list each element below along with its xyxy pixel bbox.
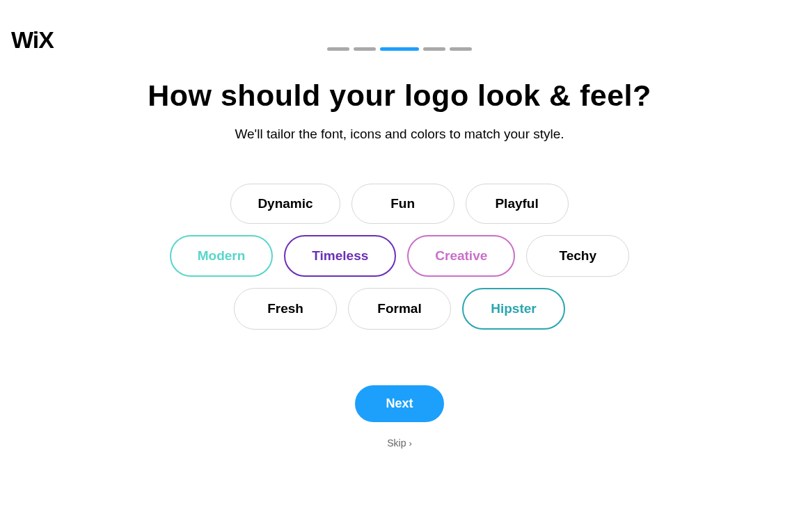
progress-step-1 [327, 47, 349, 51]
skip-label: Skip [387, 437, 406, 449]
chip-hipster[interactable]: Hipster [462, 288, 565, 330]
wix-logo: WiX [11, 26, 54, 54]
chip-fun[interactable]: Fun [351, 184, 454, 224]
next-button[interactable]: Next [355, 385, 443, 422]
chip-row-2: Modern Timeless Creative Techy [170, 235, 630, 277]
progress-step-4 [423, 47, 445, 51]
page-title: How should your logo look & feel? [0, 79, 799, 113]
chip-creative[interactable]: Creative [407, 235, 515, 277]
chip-timeless[interactable]: Timeless [284, 235, 396, 277]
chip-playful[interactable]: Playful [466, 184, 569, 224]
chip-dynamic[interactable]: Dynamic [230, 184, 340, 224]
progress-step-5 [450, 47, 472, 51]
chip-techy[interactable]: Techy [526, 235, 629, 277]
chip-fresh[interactable]: Fresh [234, 288, 337, 330]
chip-formal[interactable]: Formal [348, 288, 451, 330]
progress-bar [0, 0, 799, 51]
style-chips-container: Dynamic Fun Playful Modern Timeless Crea… [0, 184, 799, 330]
skip-link[interactable]: Skip › [0, 437, 799, 449]
chip-row-3: Fresh Formal Hipster [234, 288, 565, 330]
progress-step-2 [354, 47, 376, 51]
page-subtitle: We'll tailor the font, icons and colors … [0, 127, 799, 142]
chip-row-1: Dynamic Fun Playful [230, 184, 568, 224]
chevron-right-icon: › [409, 438, 411, 449]
progress-step-3 [380, 47, 419, 51]
chip-modern[interactable]: Modern [170, 235, 274, 277]
